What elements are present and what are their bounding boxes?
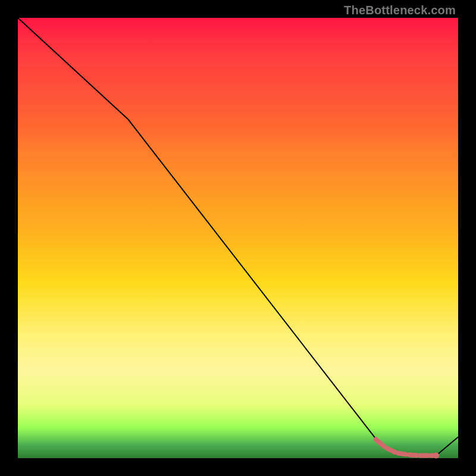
dash-segment xyxy=(376,440,384,447)
watermark-text: TheBottleneck.com xyxy=(344,4,456,17)
plot-area xyxy=(18,18,458,458)
plot-svg xyxy=(18,18,458,458)
dash-segment xyxy=(387,449,395,452)
main-series xyxy=(18,18,458,456)
dash-segment xyxy=(398,453,406,455)
main-line xyxy=(18,18,458,456)
dash-segment xyxy=(409,455,417,455)
chart-frame: TheBottleneck.com xyxy=(0,0,476,476)
dash-end-dot xyxy=(433,453,439,459)
dashed-highlight xyxy=(376,440,439,459)
